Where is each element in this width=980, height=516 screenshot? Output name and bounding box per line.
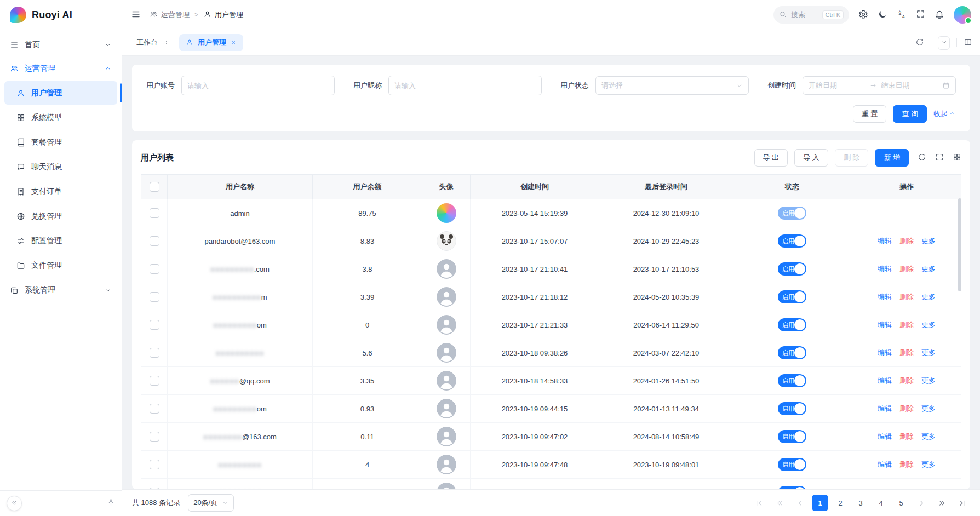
status-toggle[interactable]: 启用 (778, 318, 806, 331)
nickname-input[interactable] (388, 76, 542, 95)
more-link[interactable]: 更多 (921, 404, 936, 412)
edit-link[interactable]: 编辑 (878, 404, 892, 412)
sidebar-item-config-management[interactable]: 配置管理 (4, 229, 117, 253)
status-toggle[interactable]: 启用 (778, 207, 806, 220)
refresh-tab-button[interactable] (915, 38, 924, 48)
tab-options-button[interactable] (938, 36, 950, 50)
sidebar-item-system-models[interactable]: 系统模型 (4, 106, 117, 129)
page-button-5[interactable]: 5 (893, 495, 909, 511)
status-toggle[interactable]: 启用 (778, 486, 806, 489)
edit-link[interactable]: 编辑 (878, 432, 892, 440)
more-link[interactable]: 更多 (921, 320, 936, 329)
page-button-1[interactable]: 1 (812, 495, 828, 511)
delete-link[interactable]: 删除 (899, 488, 914, 489)
status-toggle[interactable]: 启用 (778, 374, 806, 387)
row-checkbox[interactable] (150, 264, 159, 274)
date-range-picker[interactable]: 开始日期 结束日期 (803, 76, 956, 95)
more-link[interactable]: 更多 (921, 293, 936, 301)
status-toggle[interactable]: 启用 (778, 402, 806, 415)
status-toggle[interactable]: 启用 (778, 458, 806, 471)
sidebar-item-operations[interactable]: 运营管理 (0, 56, 122, 80)
scrollbar-thumb[interactable] (958, 198, 961, 291)
close-icon[interactable] (231, 39, 237, 47)
export-button[interactable]: 导 出 (754, 149, 788, 167)
more-link[interactable]: 更多 (921, 488, 936, 489)
more-link[interactable]: 更多 (921, 237, 936, 245)
global-search[interactable]: 搜索 Ctrl K (773, 6, 849, 24)
user-avatar-menu[interactable] (954, 6, 971, 24)
more-link[interactable]: 更多 (921, 265, 936, 273)
sidebar-collapse-button[interactable] (7, 496, 22, 511)
status-toggle[interactable]: 启用 (778, 430, 806, 443)
breadcrumb-item-operations[interactable]: 运营管理 (150, 10, 190, 20)
status-toggle[interactable]: 启用 (778, 262, 806, 276)
status-toggle[interactable]: 启用 (778, 234, 806, 248)
account-input[interactable] (181, 76, 335, 95)
page-size-select[interactable]: 20条/页 (188, 494, 234, 512)
row-checkbox[interactable] (150, 404, 159, 414)
page-button-2[interactable]: 2 (832, 495, 849, 511)
previous-page-button[interactable] (792, 495, 808, 511)
sidebar-item-user-management[interactable]: 用户管理 (4, 81, 117, 105)
content-fullscreen-button[interactable] (964, 38, 972, 48)
edit-link[interactable]: 编辑 (878, 265, 892, 273)
edit-link[interactable]: 编辑 (878, 488, 892, 489)
status-toggle[interactable]: 启用 (778, 346, 806, 359)
edit-link[interactable]: 编辑 (878, 460, 892, 468)
reset-button[interactable]: 重 置 (853, 105, 887, 123)
delete-link[interactable]: 删除 (899, 265, 914, 273)
sidebar-item-file-management[interactable]: 文件管理 (4, 254, 117, 277)
delete-link[interactable]: 删除 (899, 293, 914, 301)
add-button[interactable]: 新 增 (875, 149, 909, 167)
row-checkbox[interactable] (150, 432, 159, 442)
next-page-button[interactable] (913, 495, 930, 511)
sidebar-item-package-management[interactable]: 套餐管理 (4, 130, 117, 154)
row-checkbox[interactable] (150, 236, 159, 246)
sidebar-item-home[interactable]: 首页 (0, 33, 122, 56)
more-link[interactable]: 更多 (921, 460, 936, 468)
first-page-button[interactable] (751, 495, 767, 511)
edit-link[interactable]: 编辑 (878, 376, 892, 385)
select-all-checkbox[interactable] (150, 182, 159, 192)
last-page-button[interactable] (954, 495, 970, 511)
sidebar-item-chat-messages[interactable]: 聊天消息 (4, 155, 117, 179)
refresh-table-button[interactable] (918, 153, 926, 163)
fullscreen-button[interactable] (916, 9, 925, 20)
row-checkbox[interactable] (150, 348, 159, 358)
tab-user-management[interactable]: 用户管理 (179, 34, 243, 51)
language-button[interactable]: 文A (897, 9, 907, 21)
delete-link[interactable]: 删除 (899, 237, 914, 245)
sidebar-item-system-management[interactable]: 系统管理 (0, 278, 122, 302)
jump-forward-button[interactable] (933, 495, 950, 511)
row-checkbox[interactable] (150, 208, 159, 218)
settings-button[interactable] (858, 9, 868, 21)
tab-workbench[interactable]: 工作台 (130, 34, 175, 51)
row-checkbox[interactable] (150, 292, 159, 302)
import-button[interactable]: 导 入 (794, 149, 828, 167)
row-checkbox[interactable] (150, 376, 159, 386)
status-select[interactable]: 请选择 (595, 76, 749, 95)
page-button-4[interactable]: 4 (873, 495, 889, 511)
column-settings-button[interactable] (953, 153, 961, 163)
delete-link[interactable]: 删除 (899, 404, 914, 412)
sidebar-item-payment-orders[interactable]: 支付订单 (4, 180, 117, 203)
edit-link[interactable]: 编辑 (878, 320, 892, 329)
delete-link[interactable]: 删除 (899, 320, 914, 329)
status-toggle[interactable]: 启用 (778, 290, 806, 303)
close-icon[interactable] (162, 39, 168, 47)
collapse-filters-link[interactable]: 收起 (933, 109, 956, 119)
edit-link[interactable]: 编辑 (878, 293, 892, 301)
delete-button[interactable]: 删 除 (835, 149, 869, 167)
delete-link[interactable]: 删除 (899, 376, 914, 385)
search-button[interactable]: 查 询 (893, 105, 927, 123)
row-checkbox[interactable] (150, 488, 159, 489)
row-checkbox[interactable] (150, 460, 159, 469)
more-link[interactable]: 更多 (921, 348, 936, 357)
page-button-3[interactable]: 3 (852, 495, 869, 511)
row-checkbox[interactable] (150, 320, 159, 330)
table-fullscreen-button[interactable] (935, 153, 944, 163)
notifications-button[interactable] (935, 9, 944, 21)
delete-link[interactable]: 删除 (899, 432, 914, 440)
table-scrollbar[interactable] (958, 198, 961, 489)
sidebar-item-exchange-management[interactable]: 兑换管理 (4, 204, 117, 228)
